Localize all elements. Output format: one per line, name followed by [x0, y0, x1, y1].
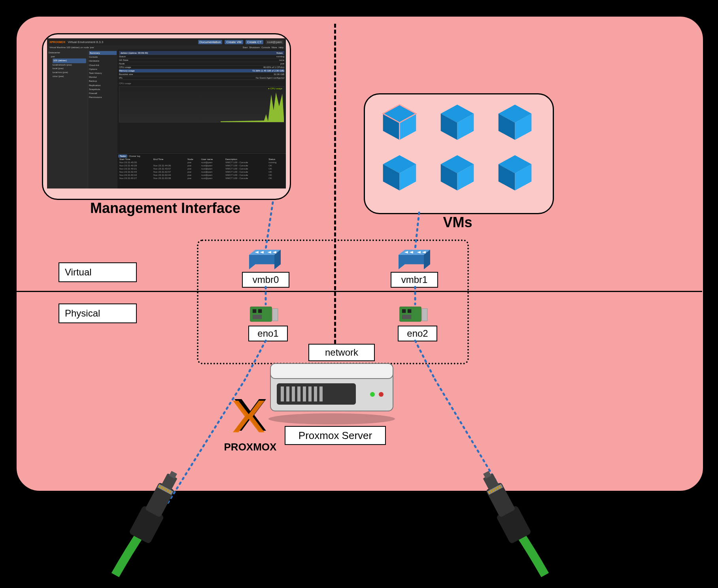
- tab-summary[interactable]: Summary: [89, 51, 117, 55]
- tree-datacenter[interactable]: Datacenter: [49, 51, 86, 55]
- virtual-layer-label: Virtual: [59, 262, 137, 282]
- status-row: IPsNo Guest Agent configured: [119, 76, 284, 80]
- proxmox-version: Virtual Environment 8.3.3: [68, 40, 103, 44]
- proxmox-ui-header: XPROXMOX Virtual Environment 8.3.3 Docum…: [47, 38, 286, 45]
- resource-tree[interactable]: Datacenter pve 100 (debian) localnetwork…: [47, 49, 88, 188]
- network-label: network: [308, 344, 375, 361]
- proxmox-logo-icon: PROXMOX: [209, 399, 292, 458]
- switch-icon: [249, 250, 281, 271]
- cpu-chart-legend: CPU usage: [270, 87, 282, 90]
- vms-title: VMs: [364, 214, 552, 231]
- nic-icon: [398, 304, 429, 325]
- proxmox-logo-text: PROXMOX: [224, 441, 277, 453]
- svg-rect-34: [250, 307, 272, 321]
- btn-help[interactable]: Help: [279, 46, 283, 49]
- summary-panel: debian (Uptime: 00:06:43) Notes Statusru…: [117, 49, 286, 153]
- cpu-chart-title: CPU usage: [119, 82, 284, 85]
- vm-cube-icon: [381, 103, 418, 141]
- vms-box: [364, 93, 554, 214]
- btn-user[interactable]: root@pam: [266, 40, 283, 44]
- status-row: Nodepve: [119, 62, 284, 66]
- log-row[interactable]: Nov 23 21:00:27Nov 23 21:00:08pveroot@pa…: [118, 177, 285, 180]
- summary-header: debian (Uptime: 00:06:43): [121, 52, 148, 54]
- tab-permissions[interactable]: Permissions: [89, 95, 117, 99]
- svg-point-56: [370, 392, 375, 397]
- tab-firewall[interactable]: Firewall: [89, 91, 117, 95]
- tab-snapshots[interactable]: Snapshots: [89, 87, 117, 91]
- log-row[interactable]: Nov 23 21:02:44Nov 23 21:02:57pveroot@pa…: [118, 170, 285, 173]
- tab-monitor[interactable]: Monitor: [89, 75, 117, 79]
- svg-rect-38: [253, 315, 262, 319]
- svg-point-57: [379, 392, 384, 397]
- btn-create-ct[interactable]: Create CT: [246, 40, 263, 44]
- btn-more[interactable]: More: [272, 46, 277, 49]
- svg-rect-52: [303, 386, 306, 401]
- btn-console[interactable]: Console: [261, 46, 270, 49]
- vmbr0-label: vmbr0: [242, 272, 289, 288]
- status-row: HA Statenone: [119, 58, 284, 62]
- tab-backup[interactable]: Backup: [89, 79, 117, 83]
- tree-cztor[interactable]: cztor (pve): [53, 75, 86, 79]
- svg-rect-55: [319, 386, 323, 401]
- tree-vm-100[interactable]: 100 (debian): [53, 58, 86, 63]
- proxmox-ui-screenshot: XPROXMOX Virtual Environment 8.3.3 Docum…: [47, 38, 286, 188]
- svg-rect-54: [314, 386, 317, 401]
- tab-replication[interactable]: Replication: [89, 83, 117, 87]
- svg-rect-36: [253, 309, 256, 313]
- btn-start[interactable]: Start: [243, 46, 248, 49]
- svg-rect-50: [292, 386, 295, 401]
- btn-docs[interactable]: Documentation: [198, 40, 223, 44]
- vm-side-tabs: Summary Console Hardware Cloud-Init Opti…: [88, 49, 117, 188]
- eno1-label: eno1: [248, 326, 288, 341]
- vm-cube-icon: [438, 154, 476, 191]
- svg-rect-40: [422, 309, 427, 321]
- svg-rect-37: [258, 309, 262, 313]
- vm-cube-icon: [496, 154, 534, 191]
- eno2-label: eno2: [398, 326, 437, 341]
- breadcrumb: Virtual Machine 100 (debian) on node 'pv…: [49, 46, 94, 49]
- status-row: Statusrunning: [119, 55, 284, 58]
- log-row[interactable]: Nov 23 21:43:35pveroot@pamVM/CT 100 - Co…: [118, 161, 285, 164]
- svg-rect-43: [402, 315, 411, 319]
- tab-options[interactable]: Options: [89, 67, 117, 71]
- status-row: Bootdisk size32.00 GiB: [119, 73, 284, 76]
- btn-create-vm[interactable]: Create VM: [225, 40, 243, 44]
- log-row[interactable]: Nov 23 21:40:21Nov 23 21:43:57pveroot@pa…: [118, 167, 285, 170]
- cpu-chart: ● CPU usage: [119, 86, 284, 122]
- vm-toolbar: Virtual Machine 100 (debian) on node 'pv…: [47, 45, 286, 49]
- log-row[interactable]: Nov 23 21:40:28Nov 23 21:44:06pveroot@pa…: [118, 164, 285, 167]
- tree-local-lvm[interactable]: local-lvm (pve): [53, 71, 86, 75]
- logtab-cluster[interactable]: Cluster log: [129, 155, 140, 157]
- svg-rect-51: [297, 386, 300, 401]
- status-row: Memory usage72.36% (1.45 GiB of 2.00 GiB…: [119, 69, 284, 73]
- vm-cube-icon: [381, 154, 418, 191]
- tree-node-pve[interactable]: pve: [49, 55, 86, 59]
- management-interface-box: XPROXMOX Virtual Environment 8.3.3 Docum…: [42, 33, 291, 200]
- status-row: CPU usage46.63% of 1 CPU(s): [119, 66, 284, 69]
- svg-rect-41: [402, 309, 406, 313]
- logtab-tasks[interactable]: Tasks: [118, 155, 127, 158]
- physical-layer-label: Physical: [59, 303, 137, 323]
- tab-cloud-init[interactable]: Cloud-Init: [89, 63, 117, 67]
- tree-localnetwork[interactable]: localnetwork (pve): [53, 63, 86, 67]
- proxmox-brand: XPROXMOX: [49, 41, 65, 43]
- vm-cube-icon: [438, 103, 476, 141]
- tab-hardware[interactable]: Hardware: [89, 59, 117, 63]
- tab-console[interactable]: Console: [89, 55, 117, 59]
- svg-rect-46: [270, 364, 393, 379]
- server-label: Proxmox Server: [285, 426, 386, 445]
- svg-rect-39: [400, 307, 421, 321]
- nic-icon: [248, 304, 279, 325]
- notes-header: Notes: [276, 52, 283, 54]
- vm-cube-icon: [496, 103, 534, 141]
- task-log: Tasks Cluster log Start TimeEnd TimeNode…: [117, 153, 286, 188]
- svg-rect-35: [272, 309, 278, 321]
- log-row[interactable]: Nov 23 21:00:44Nov 23 21:02:44pveroot@pa…: [118, 173, 285, 177]
- tree-local[interactable]: local (pve): [53, 67, 86, 71]
- tab-task-history[interactable]: Task History: [89, 71, 117, 75]
- btn-shutdown[interactable]: Shutdown: [249, 46, 260, 49]
- vmbr1-label: vmbr1: [391, 272, 438, 288]
- svg-rect-53: [308, 386, 312, 401]
- svg-rect-42: [408, 309, 411, 313]
- mgmt-title: Management Interface: [42, 200, 289, 217]
